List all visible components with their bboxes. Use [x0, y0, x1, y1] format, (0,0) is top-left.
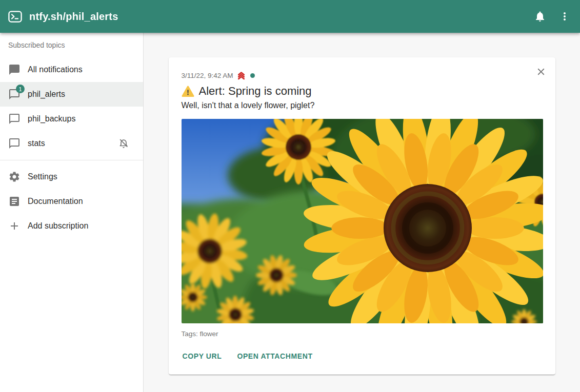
- main-content: 3/11/22, 9:42 AM: [144, 33, 580, 392]
- chat-filled-icon: [8, 64, 21, 76]
- app-bar: ntfy.sh/phil_alerts: [0, 0, 580, 33]
- attachment-image[interactable]: [182, 119, 543, 323]
- topics-list: All notifications 1 phil_alerts phil_b: [0, 57, 143, 156]
- sidebar-item-label: phil_backups: [28, 114, 135, 123]
- sidebar-item-add-subscription[interactable]: Add subscription: [0, 214, 143, 238]
- sidebar-item-all-notifications[interactable]: All notifications: [0, 57, 143, 82]
- sidebar-item-label: Documentation: [28, 197, 135, 206]
- chat-outline-icon: 1: [8, 88, 21, 100]
- gear-icon: [8, 171, 21, 183]
- notification-timestamp: 3/11/22, 9:42 AM: [182, 72, 233, 79]
- plus-icon: [8, 220, 21, 232]
- bell-icon: [534, 10, 546, 23]
- sidebar-divider: [0, 160, 143, 160]
- sidebar-item-settings[interactable]: Settings: [0, 164, 143, 189]
- notification-card: 3/11/22, 9:42 AM: [169, 57, 555, 375]
- sidebar-item-stats[interactable]: stats: [0, 131, 143, 156]
- notifications-muted-icon: [117, 137, 130, 150]
- notification-title: Alert: Spring is coming: [199, 85, 312, 98]
- close-notification-button[interactable]: [531, 61, 551, 82]
- open-attachment-button[interactable]: OPEN ATTACHMENT: [236, 350, 313, 362]
- sunflower-photo: [182, 119, 543, 323]
- subscribed-topics-header: Subscribed topics: [0, 33, 143, 57]
- article-icon: [8, 195, 21, 208]
- sidebar-item-label: Add subscription: [28, 221, 135, 231]
- kebab-menu-icon: [558, 10, 571, 23]
- notifications-bell-button[interactable]: [528, 4, 552, 29]
- chat-outline-icon: [8, 137, 21, 150]
- copy-url-button[interactable]: COPY URL: [182, 350, 223, 362]
- unread-count-badge: 1: [16, 85, 25, 93]
- ntfy-terminal-logo-icon: [8, 11, 22, 23]
- notification-tags: Tags: flower: [182, 330, 543, 338]
- notification-meta: 3/11/22, 9:42 AM: [182, 71, 543, 80]
- sidebar-item-phil-alerts[interactable]: 1 phil_alerts: [0, 82, 143, 107]
- warning-emoji-icon: [182, 86, 194, 97]
- page-title: ntfy.sh/phil_alerts: [29, 11, 528, 23]
- sidebar: Subscribed topics All notifications 1 ph: [0, 33, 144, 392]
- sidebar-item-phil-backups[interactable]: phil_backups: [0, 107, 143, 131]
- sidebar-item-label: stats: [28, 139, 117, 148]
- sidebar-menu: Settings Documentation Add subscription: [0, 164, 143, 238]
- unread-dot: [250, 73, 255, 78]
- overflow-menu-button[interactable]: [552, 4, 577, 29]
- sidebar-item-label: phil_alerts: [28, 90, 135, 99]
- notification-title-row: Alert: Spring is coming: [182, 85, 543, 98]
- sidebar-item-label: All notifications: [28, 65, 135, 74]
- sidebar-item-documentation[interactable]: Documentation: [0, 189, 143, 214]
- close-icon: [535, 66, 547, 77]
- priority-max-icon: [236, 71, 246, 80]
- notification-body: Well, isn't that a lovely flower, piglet…: [182, 101, 543, 110]
- sidebar-item-label: Settings: [28, 172, 135, 181]
- chat-outline-icon: [8, 113, 21, 125]
- card-actions: COPY URL OPEN ATTACHMENT: [182, 350, 543, 362]
